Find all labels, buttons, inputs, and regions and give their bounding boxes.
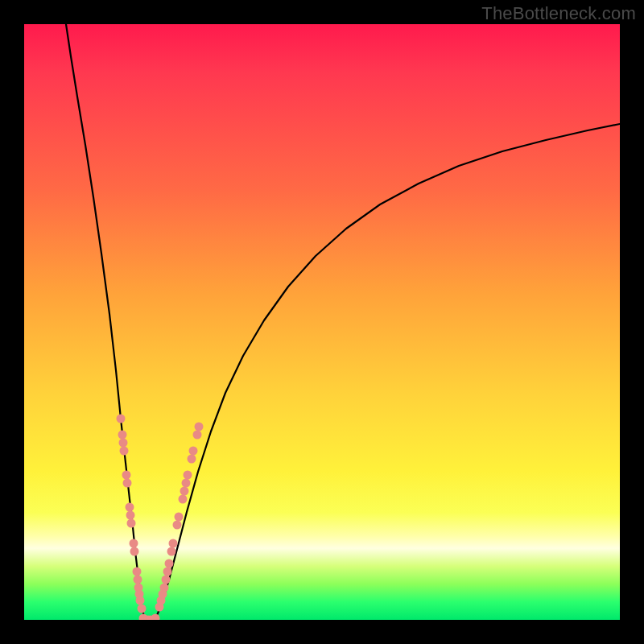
- markers-right: [155, 423, 204, 612]
- marker-dot: [162, 576, 171, 584]
- watermark-text: TheBottleneck.com: [481, 3, 636, 24]
- marker-dot: [179, 495, 188, 504]
- marker-dot: [180, 487, 189, 496]
- marker-dot: [151, 614, 160, 621]
- marker-dot: [123, 479, 132, 488]
- curve-left: [66, 24, 146, 620]
- markers-left: [117, 415, 147, 613]
- marker-dot: [117, 415, 126, 423]
- marker-dot: [118, 431, 127, 440]
- marker-dot: [163, 568, 172, 576]
- marker-dot: [182, 479, 191, 488]
- marker-dot: [165, 559, 174, 568]
- marker-dot: [119, 439, 128, 448]
- marker-dot: [126, 511, 135, 520]
- marker-dot: [175, 513, 184, 522]
- marker-dot: [126, 503, 134, 512]
- marker-dot: [122, 471, 131, 480]
- markers-bottom: [139, 614, 160, 621]
- marker-dot: [120, 447, 129, 456]
- marker-dot: [136, 597, 145, 605]
- chart-svg: [24, 24, 620, 620]
- marker-dot: [127, 519, 136, 528]
- marker-dot: [167, 547, 176, 556]
- marker-dot: [134, 576, 142, 584]
- marker-dot: [130, 547, 139, 556]
- marker-dot: [188, 455, 196, 464]
- marker-dot: [130, 539, 138, 548]
- curve-right: [155, 124, 620, 620]
- marker-dot: [133, 568, 142, 576]
- marker-dot: [193, 431, 202, 440]
- marker-dot: [138, 605, 147, 613]
- marker-dot: [160, 584, 169, 592]
- marker-dot: [169, 539, 178, 548]
- marker-dot: [184, 471, 192, 480]
- plot-area: [24, 24, 620, 620]
- marker-dot: [195, 423, 204, 431]
- outer-frame: TheBottleneck.com: [0, 0, 644, 644]
- marker-dot: [189, 447, 198, 456]
- marker-dot: [173, 521, 182, 530]
